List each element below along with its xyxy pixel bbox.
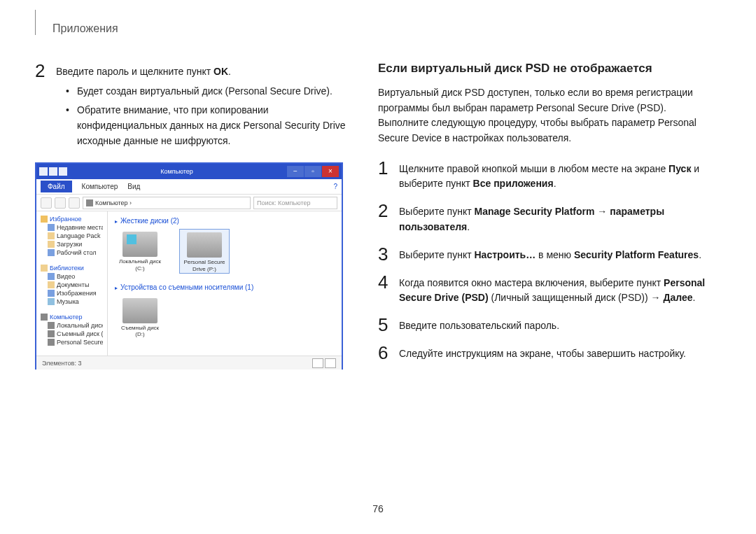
label: Language Pack [57, 232, 101, 239]
text-bold: Пуск [668, 163, 691, 174]
view-details-button[interactable] [312, 358, 323, 368]
text: Выберите пункт [399, 249, 474, 260]
sidebar-language-pack[interactable]: Language Pack [48, 232, 103, 239]
sidebar-recent-places[interactable]: Недавние места [48, 224, 103, 231]
step-number: 3 [378, 245, 399, 263]
text: (Личный защищенный диск (PSD)) → [489, 292, 664, 303]
text-bold: Настроить… [474, 249, 536, 260]
sidebar-favorites-header[interactable]: Избранное [41, 216, 103, 223]
text-bold: Далее [663, 292, 692, 303]
window-title: Компьютер [67, 168, 286, 175]
search-input[interactable]: Поиск: Компьютер [253, 197, 337, 209]
disk-icon [122, 298, 158, 323]
label: Видео [57, 273, 75, 280]
step-number: 6 [378, 344, 399, 362]
drive-local-c[interactable]: Локальный диск (C:) [115, 229, 165, 273]
step-number: 2 [35, 62, 56, 153]
drive-label: Personal Secure [180, 259, 229, 266]
status-bar: Элементов: 3 [36, 356, 342, 370]
text: Введите пользовательский пароль. [399, 320, 559, 331]
sidebar-desktop[interactable]: Рабочий стол [48, 249, 103, 256]
close-button[interactable]: × [322, 166, 339, 177]
right-step-2: 2 Выберите пункт Manage Security Platfor… [378, 202, 714, 234]
right-step-1: 1 Щелкните правой кнопкой мыши в любом м… [378, 159, 714, 192]
step-body: Выберите пункт Manage Security Platform … [399, 202, 714, 234]
picture-icon [48, 290, 55, 297]
folder-icon [48, 241, 55, 248]
collapse-arrow-icon: ▸ [115, 218, 118, 225]
sidebar-psd[interactable]: Personal Secure ( [48, 339, 103, 346]
step-number: 1 [378, 159, 399, 192]
sidebar-libraries-header[interactable]: Библиотеки [41, 265, 103, 272]
folder-icon [48, 224, 55, 231]
label: Компьютер [50, 314, 83, 321]
drive-removable-d[interactable]: Съемный диск (D:) [115, 295, 165, 338]
sidebar-documents[interactable]: Документы [48, 281, 103, 288]
view-icons-button[interactable] [325, 358, 336, 368]
right-step-6: 6 Следуйте инструкциям на экране, чтобы … [378, 344, 714, 362]
main-content-pane: ▸Жесткие диски (2) Локальный диск (C:) P… [108, 211, 342, 356]
text: . [554, 178, 556, 189]
disk-icon [48, 339, 55, 346]
help-icon[interactable]: ? [333, 183, 337, 190]
bullet-text: Обратите внимание, что при копировании к… [77, 103, 357, 148]
label: Локальный диск ( [57, 322, 103, 329]
sidebar-computer-header[interactable]: Компьютер [41, 314, 103, 321]
folder-icon [48, 232, 55, 239]
sidebar-music[interactable]: Музыка [48, 298, 103, 305]
right-step-4: 4 Когда появится окно мастера включения,… [378, 273, 714, 306]
step-number: 4 [378, 273, 399, 306]
step-number: 2 [378, 202, 399, 234]
drive-label: Локальный диск [115, 258, 165, 265]
up-button[interactable] [69, 197, 80, 209]
step-body: Следуйте инструкциям на экране, чтобы за… [399, 344, 686, 362]
back-button[interactable] [41, 197, 52, 209]
minimize-button[interactable]: − [287, 166, 304, 177]
bullet-text: Будет создан виртуальный диск (Personal … [77, 84, 332, 99]
drive-sub: Drive (P:) [180, 266, 229, 273]
ribbon-tab-view[interactable]: Вид [127, 183, 140, 190]
music-icon [48, 298, 55, 305]
text: Следуйте инструкциям на экране, чтобы за… [399, 348, 686, 359]
intro-text: Виртуальный диск PSD доступен, только ес… [378, 85, 714, 146]
bullet-item: Обратите внимание, что при копировании к… [66, 103, 357, 148]
text: . [228, 66, 231, 77]
label: Документы [57, 281, 89, 288]
desktop-icon [48, 249, 55, 256]
removable-devices-header[interactable]: ▸Устройства со съемными носителями (1) [115, 283, 335, 291]
disk-icon [48, 330, 55, 337]
disk-icon [48, 322, 55, 329]
ribbon-tabs: Файл Компьютер Вид ? [36, 179, 342, 195]
nav-sidebar: Избранное Недавние места Language Pack З… [36, 211, 108, 356]
document-icon [48, 281, 55, 288]
sidebar-downloads[interactable]: Загрузки [48, 241, 103, 248]
titlebar-small-icon [39, 167, 48, 176]
sidebar-local-disk[interactable]: Локальный диск ( [48, 322, 103, 329]
sidebar-pictures[interactable]: Изображения [48, 290, 103, 297]
titlebar-small-icon [49, 167, 57, 176]
hard-disks-header[interactable]: ▸Жесткие диски (2) [115, 217, 335, 225]
step-body: Щелкните правой кнопкой мыши в любом мес… [399, 159, 714, 192]
sidebar-videos[interactable]: Видео [48, 273, 103, 280]
path-field[interactable]: Компьютер › [83, 197, 251, 209]
maximize-button[interactable]: ▫ [304, 166, 321, 177]
explorer-window-screenshot: Компьютер − ▫ × Файл Компьютер Вид ? [35, 162, 343, 370]
sidebar-removable-disk[interactable]: Съемный диск ( [48, 330, 103, 337]
titlebar-small-icon [59, 167, 67, 176]
label: Съемный диск ( [57, 330, 103, 337]
text: Введите пароль и щелкните пункт [56, 66, 214, 77]
ribbon-tab-file[interactable]: Файл [41, 181, 72, 192]
ribbon-tab-computer[interactable]: Компьютер [82, 183, 118, 190]
right-step-3: 3 Выберите пункт Настроить… в меню Secur… [378, 245, 714, 263]
video-icon [48, 273, 55, 280]
path-text: Компьютер › [95, 199, 132, 206]
label: Рабочий стол [57, 249, 97, 256]
label: Загрузки [57, 241, 82, 248]
label: Избранное [50, 216, 82, 223]
forward-button[interactable] [55, 197, 66, 209]
text: Когда появится окно мастера включения, в… [399, 277, 664, 288]
collapse-arrow-icon: ▸ [115, 285, 118, 291]
drive-sub: (D:) [115, 331, 165, 338]
left-step-2: 2 Введите пароль и щелкните пункт OK. Бу… [35, 62, 357, 153]
drive-psd[interactable]: Personal Secure Drive (P:) [179, 229, 230, 273]
